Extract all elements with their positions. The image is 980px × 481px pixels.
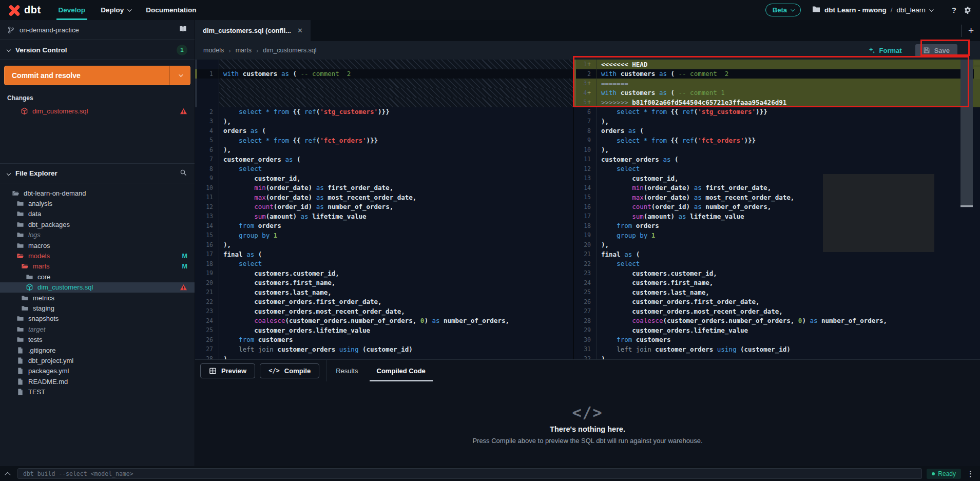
- file-tree-item-macros[interactable]: macros: [0, 240, 195, 251]
- file-tree-item-dim-customers-sql[interactable]: dim_customers.sql: [0, 282, 195, 293]
- code-line[interactable]: 11customer_orders as (: [574, 155, 980, 164]
- code-text[interactable]: select: [219, 164, 573, 174]
- code-line[interactable]: 24 customers.first_name,: [574, 278, 980, 288]
- code-text[interactable]: ),: [219, 117, 573, 126]
- code-line[interactable]: 29 customer_orders.lifetime_value: [574, 325, 980, 335]
- nav-deploy[interactable]: Deploy: [101, 0, 130, 20]
- code-text[interactable]: customer_orders.most_recent_order_date,: [219, 306, 573, 316]
- code-line[interactable]: 28): [195, 354, 573, 360]
- code-text[interactable]: customers.customer_id,: [219, 268, 573, 278]
- code-text[interactable]: left join customer_orders using (custome…: [219, 344, 573, 354]
- code-text[interactable]: ),: [597, 117, 980, 126]
- code-text[interactable]: customer_orders.first_order_date,: [219, 297, 573, 307]
- nav-documentation[interactable]: Documentation: [146, 0, 196, 20]
- code-text[interactable]: select: [597, 164, 980, 174]
- kebab-menu-icon[interactable]: ⋮: [966, 469, 975, 478]
- preview-button[interactable]: Preview: [200, 363, 255, 378]
- file-tree-item-packages-yml[interactable]: packages.yml: [0, 366, 195, 376]
- code-text[interactable]: ),: [219, 145, 573, 155]
- file-tree-item-analysis[interactable]: analysis: [0, 198, 195, 208]
- code-text[interactable]: count(order_id) as number_of_orders,: [219, 202, 573, 212]
- code-line[interactable]: 16),: [195, 240, 573, 250]
- code-line[interactable]: 9 select * from {{ ref('fct_orders')}}: [574, 136, 980, 145]
- code-line[interactable]: 23 customers.customer_id,: [574, 268, 980, 278]
- code-text[interactable]: customer_orders as (: [597, 155, 980, 164]
- code-text[interactable]: customer_orders.lifetime_value: [219, 325, 573, 335]
- code-text[interactable]: select * from {{ ref('stg_customers')}}: [597, 107, 980, 117]
- code-line[interactable]: 3+=======: [574, 79, 980, 88]
- code-line[interactable]: 22 select: [574, 259, 980, 269]
- code-text[interactable]: ): [219, 354, 573, 360]
- file-tree-item-snapshots[interactable]: snapshots: [0, 314, 195, 324]
- new-tab-button[interactable]: +: [968, 26, 974, 35]
- code-line[interactable]: 1with customers as ( -- comment 2: [195, 69, 573, 79]
- code-line[interactable]: 13 sum(amount) as lifetime_value: [195, 211, 573, 221]
- code-text[interactable]: customers.last_name,: [219, 287, 573, 297]
- code-line[interactable]: 8orders as (: [574, 126, 980, 136]
- file-explorer-header[interactable]: File Explorer: [0, 163, 195, 183]
- code-line[interactable]: 27 left join customer_orders using (cust…: [195, 344, 573, 354]
- code-text[interactable]: min(order_date) as first_order_date,: [219, 183, 573, 193]
- code-line[interactable]: 22 customer_orders.first_order_date,: [195, 297, 573, 307]
- code-line[interactable]: 24 coalesce(customer_orders.number_of_or…: [195, 316, 573, 326]
- code-line[interactable]: 26 customer_orders.first_order_date,: [574, 297, 980, 307]
- code-line[interactable]: 6 select * from {{ ref('stg_customers')}…: [574, 107, 980, 117]
- code-line[interactable]: 3),: [195, 117, 573, 126]
- file-tree-item-tests[interactable]: tests: [0, 334, 195, 344]
- expand-panel-chevron[interactable]: [5, 472, 10, 477]
- command-input[interactable]: [17, 468, 922, 479]
- code-text[interactable]: from customers: [219, 335, 573, 345]
- code-line[interactable]: 31 left join customer_orders using (cust…: [574, 344, 980, 354]
- code-line[interactable]: 12 count(order_id) as number_of_orders,: [195, 202, 573, 212]
- close-tab-icon[interactable]: ✕: [297, 27, 303, 34]
- code-line[interactable]: 8 select: [195, 164, 573, 174]
- file-tree-item-dbt-packages[interactable]: dbt_packages: [0, 219, 195, 229]
- project-dropdown[interactable]: dbt_learn: [897, 6, 932, 14]
- compile-button[interactable]: </> Compile: [260, 363, 319, 378]
- file-tree-item-marts[interactable]: martsM: [0, 261, 195, 272]
- code-line[interactable]: 5+>>>>>>> b81f802a66fd544504c65721e3ffaa…: [574, 98, 980, 107]
- code-text[interactable]: orders as (: [597, 126, 980, 136]
- code-text[interactable]: customer_orders.first_order_date,: [597, 297, 980, 307]
- code-line[interactable]: 14 from orders: [195, 221, 573, 231]
- code-line[interactable]: 10 min(order_date) as first_order_date,: [195, 183, 573, 193]
- code-line[interactable]: 2with customers as ( -- comment 2: [574, 69, 980, 79]
- code-text[interactable]: with customers as ( -- comment 1: [597, 88, 980, 98]
- code-line[interactable]: 27 customer_orders.most_recent_order_dat…: [574, 306, 980, 316]
- branch-selector[interactable]: on-demand-practice: [0, 20, 195, 40]
- code-text[interactable]: from customers: [597, 335, 980, 345]
- file-tree-item-staging[interactable]: staging: [0, 303, 195, 313]
- code-line[interactable]: 23 customer_orders.most_recent_order_dat…: [195, 306, 573, 316]
- file-tree-item-metrics[interactable]: metrics: [0, 293, 195, 303]
- file-tree-item-dbt-project-yml[interactable]: dbt_project.yml: [0, 355, 195, 365]
- code-text[interactable]: left join customer_orders using (custome…: [597, 344, 980, 354]
- code-text[interactable]: orders as (: [219, 126, 573, 136]
- code-line[interactable]: 26 from customers: [195, 335, 573, 345]
- tab-compiled-code[interactable]: Compiled Code: [368, 360, 435, 381]
- code-text[interactable]: group by 1: [219, 230, 573, 240]
- code-line[interactable]: 28 coalesce(customer_orders.number_of_or…: [574, 316, 980, 326]
- code-line[interactable]: 20 customers.first_name,: [195, 278, 573, 288]
- code-line[interactable]: 32): [574, 354, 980, 360]
- code-line[interactable]: 15 group by 1: [195, 230, 573, 240]
- code-line[interactable]: 12 select: [574, 164, 980, 174]
- code-text[interactable]: <<<<<<< HEAD: [597, 60, 980, 69]
- ready-status-badge[interactable]: Ready: [927, 469, 961, 479]
- code-text[interactable]: with customers as ( -- comment 2: [597, 69, 980, 79]
- code-text[interactable]: >>>>>>> b81f802a66fd544504c65721e3ffaaa9…: [597, 98, 980, 107]
- code-text[interactable]: customers.last_name,: [597, 287, 980, 297]
- tab-results[interactable]: Results: [326, 360, 367, 381]
- code-text[interactable]: select * from {{ ref('fct_orders')}}: [597, 136, 980, 145]
- code-text[interactable]: customer_orders as (: [219, 155, 573, 164]
- code-line[interactable]: 18 select: [195, 259, 573, 269]
- format-button[interactable]: Format: [868, 47, 902, 54]
- commit-options-dropdown[interactable]: [169, 66, 190, 85]
- code-text[interactable]: customers.first_name,: [219, 278, 573, 288]
- code-line[interactable]: 25 customer_orders.lifetime_value: [195, 325, 573, 335]
- file-tree-item-logs[interactable]: logs: [0, 230, 195, 240]
- docs-book-icon[interactable]: [179, 25, 187, 34]
- code-text[interactable]: ),: [219, 240, 573, 250]
- code-text[interactable]: coalesce(customer_orders.number_of_order…: [597, 316, 980, 326]
- code-line[interactable]: 7),: [574, 117, 980, 126]
- code-text[interactable]: select: [597, 259, 980, 269]
